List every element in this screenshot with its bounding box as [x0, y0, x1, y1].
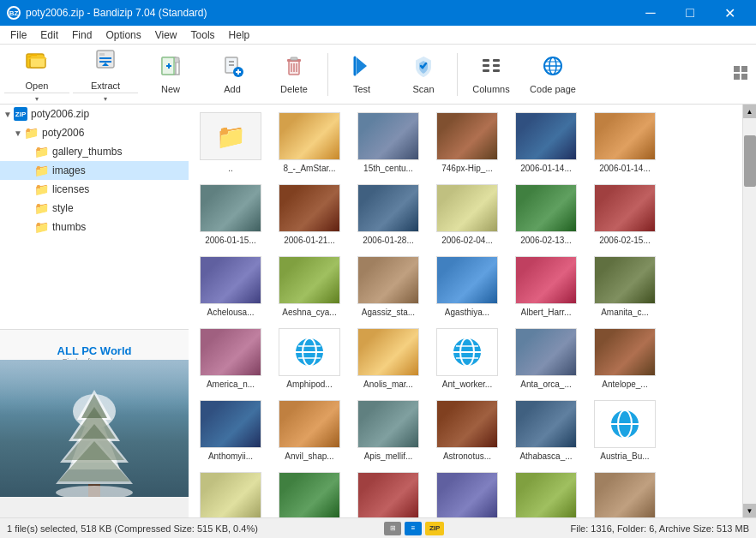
list-item[interactable]: 15th_centu... [350, 108, 427, 178]
list-item[interactable]: 2006-01-14... [586, 108, 663, 178]
list-item[interactable]: Black-head... [429, 468, 506, 517]
list-item[interactable]: Agassiz_sta... [350, 252, 427, 322]
close-button[interactable]: ✕ [710, 0, 749, 26]
list-item[interactable]: Agasthiya... [429, 252, 506, 322]
list-item[interactable]: Boelge_sto... [507, 468, 585, 517]
svg-rect-23 [291, 57, 297, 60]
sidebar-item-thumbs[interactable]: 📁 thumbs [0, 218, 189, 236]
list-item[interactable]: Anthomyii... [192, 396, 269, 466]
status-icon-zip[interactable]: ZIP [425, 522, 444, 535]
list-item[interactable]: Anolis_mar... [350, 324, 427, 394]
extract-button[interactable]: Extract ▾ [72, 48, 139, 101]
file-name: .. [228, 163, 233, 174]
file-thumbnail [436, 400, 498, 448]
toolbar-separator-2 [457, 53, 458, 96]
file-thumbnail [515, 472, 577, 517]
menu-help[interactable]: Help [222, 27, 257, 43]
folder-icon: 📁 [24, 126, 39, 140]
list-item[interactable]: Achelousа... [192, 252, 269, 322]
menu-file[interactable]: File [3, 27, 33, 43]
list-item[interactable]: 2006-01-28... [350, 180, 427, 250]
delete-button[interactable]: Delete [264, 48, 324, 101]
extract-dropdown-arrow[interactable]: ▾ [73, 93, 138, 105]
file-name: 2006-02-04... [441, 235, 493, 246]
open-dropdown-arrow[interactable]: ▾ [4, 93, 69, 105]
list-item[interactable]: 2006-02-13... [507, 180, 585, 250]
status-icon-list[interactable]: ≡ [405, 522, 422, 535]
open-button[interactable]: Open ▾ [3, 48, 70, 101]
list-item[interactable]: 📁 .. [192, 108, 269, 178]
list-item[interactable]: 2006-01-15... [192, 180, 269, 250]
list-item[interactable]: Apis_mellif... [350, 396, 427, 466]
list-item[interactable]: Brazilian_N... [586, 468, 663, 517]
list-item[interactable]: 2006-02-04... [429, 180, 506, 250]
list-item[interactable]: Ant_worker... [429, 324, 506, 394]
list-item[interactable]: America_n... [192, 324, 269, 394]
menu-tools[interactable]: Tools [184, 27, 222, 43]
file-name: Anta_orca_... [520, 379, 571, 390]
sidebar-item-licenses[interactable]: 📁 licenses [0, 180, 189, 199]
svg-marker-24 [357, 57, 367, 75]
menu-options[interactable]: Options [99, 27, 147, 43]
codepage-button[interactable]: Code page [523, 48, 583, 101]
list-item[interactable]: Berlin_Worl... [192, 468, 269, 517]
file-name: Antelope_... [602, 379, 647, 390]
list-item[interactable]: Athabasca_... [507, 396, 585, 466]
fog-overlay [0, 360, 189, 415]
sidebar-item-images[interactable]: 📁 images [0, 161, 189, 180]
new-button[interactable]: New [141, 48, 201, 101]
file-thumbnail [436, 472, 498, 517]
scroll-down-button[interactable]: ▼ [743, 504, 757, 517]
menu-find[interactable]: Find [65, 27, 99, 43]
scroll-up-button[interactable]: ▲ [743, 105, 757, 118]
menu-edit[interactable]: Edit [33, 27, 65, 43]
title-bar-controls: ─ □ ✕ [631, 0, 749, 26]
status-left: 1 file(s) selected, 518 KB (Compressed S… [7, 523, 258, 534]
file-thumbnail [594, 184, 656, 232]
list-item[interactable]: 8_-_AmStar... [271, 108, 348, 178]
menu-view[interactable]: View [148, 27, 184, 43]
list-item[interactable]: Aeshna_cya... [271, 252, 348, 322]
scrollbar[interactable]: ▲ ▼ [742, 105, 756, 517]
file-thumbnail [594, 472, 656, 517]
list-item[interactable]: Astronotus... [429, 396, 506, 466]
list-item[interactable]: Anta_orca_... [507, 324, 585, 394]
add-button[interactable]: Add [202, 48, 262, 101]
list-item[interactable]: Albert_Harr... [507, 252, 585, 322]
svg-rect-3 [99, 53, 105, 56]
file-name: Amanita_c... [601, 307, 649, 318]
minimize-button[interactable]: ─ [631, 0, 670, 26]
list-item[interactable]: 2006-01-14... [507, 108, 585, 178]
scan-button[interactable]: Scan [393, 48, 453, 101]
file-list[interactable]: 📁 .. 8_-_AmStar... 15th_centu... 746px-H… [189, 105, 742, 517]
list-item[interactable]: Austria_Bu... [586, 396, 663, 466]
status-icon-grid[interactable]: ⊞ [384, 522, 401, 535]
file-thumbnail [357, 472, 419, 517]
list-item[interactable]: Antelope_... [586, 324, 663, 394]
sidebar-item-gallery[interactable]: 📁 gallery_thumbs [0, 142, 189, 161]
columns-button[interactable]: Columns [461, 48, 521, 101]
file-thumbnail [279, 328, 340, 376]
sidebar-item-poty2006[interactable]: ▼ 📁 poty2006 [0, 123, 189, 142]
file-name: Austria_Bu... [600, 451, 649, 462]
file-name: 8_-_AmStar... [283, 163, 335, 174]
list-item[interactable]: 2006-01-21... [271, 180, 348, 250]
list-item[interactable]: Bismuth_cr... [350, 468, 427, 517]
sidebar-item-style[interactable]: 📁 style [0, 199, 189, 218]
test-button[interactable]: Test [332, 48, 392, 101]
maximize-button[interactable]: □ [670, 0, 710, 26]
file-thumbnail [357, 400, 419, 448]
list-item[interactable]: Anvil_shap... [271, 396, 348, 466]
scroll-thumb[interactable] [744, 135, 756, 187]
list-item[interactable]: Amphipod... [271, 324, 348, 394]
codepage-icon [541, 54, 565, 81]
view-toggle-icon[interactable] [732, 64, 749, 81]
file-name: Agasthiya... [445, 307, 489, 318]
delete-icon [282, 54, 306, 81]
list-item[interactable]: Amanita_c... [586, 252, 663, 322]
list-item[interactable]: 746px-Hip_... [429, 108, 506, 178]
sidebar-item-zip[interactable]: ▼ ZIP poty2006.zip [0, 105, 189, 123]
list-item[interactable]: 2006-02-15... [586, 180, 663, 250]
open-label: Open [26, 81, 49, 91]
list-item[interactable]: Bill_Thom... [271, 468, 348, 517]
